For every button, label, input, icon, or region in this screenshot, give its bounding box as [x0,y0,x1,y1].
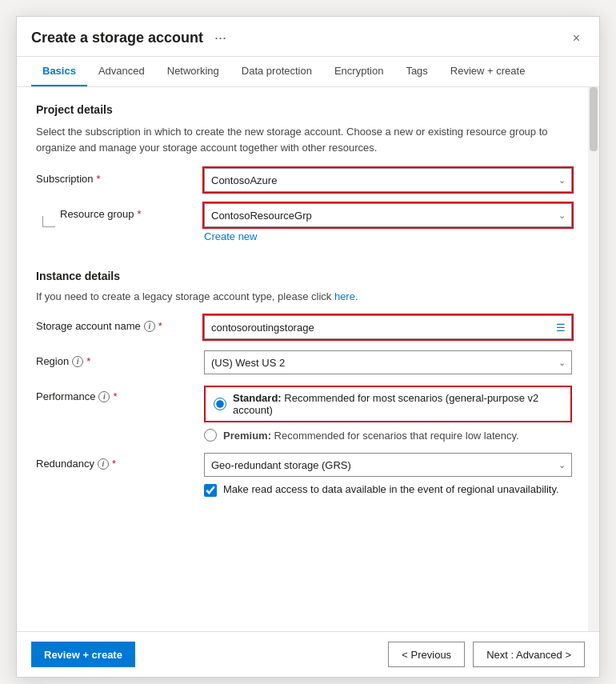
performance-standard-label: Standard: Recommended for most scenarios… [233,392,562,416]
region-required: * [86,355,90,367]
next-button[interactable]: Next : Advanced > [473,642,585,667]
subscription-select[interactable]: ContosoAzure [204,168,572,192]
performance-premium-radio[interactable] [204,429,217,442]
redundancy-select-wrapper: Geo-redundant storage (GRS) ⌄ [204,453,572,477]
redundancy-label: Redundancy i * [36,458,204,470]
performance-required: * [113,390,117,402]
storage-name-required: * [158,320,162,332]
tab-networking[interactable]: Networking [156,57,230,86]
storage-name-input-wrapper: ☰ [204,315,572,339]
storage-name-row: Storage account name i * ☰ [36,315,572,339]
tab-advanced[interactable]: Advanced [87,57,156,86]
subscription-required: * [97,173,101,185]
performance-info-icon[interactable]: i [98,391,110,402]
create-new-link[interactable]: Create new [204,230,257,242]
subscription-label-col: Subscription * [36,168,204,185]
region-select-wrapper: (US) West US 2 ⌄ [204,350,572,374]
resource-group-label: Resource group * [60,208,142,220]
tab-encryption[interactable]: Encryption [323,57,394,86]
read-access-label: Make read access to data available in th… [223,483,559,495]
scrollbar[interactable] [588,87,599,631]
tree-connector-icon [36,208,60,227]
subscription-select-wrapper: ContosoAzure ⌄ [204,168,572,192]
resource-group-label-col: Resource group * [36,203,204,230]
redundancy-checkbox-row: Make read access to data available in th… [204,483,572,497]
tab-review-create[interactable]: Review + create [439,57,537,86]
performance-standard-radio[interactable] [214,398,226,410]
redundancy-row: Redundancy i * Geo-redundant storage (GR… [36,453,572,497]
storage-name-label-col: Storage account name i * [36,315,204,332]
performance-label: Performance i * [36,390,204,402]
storage-name-verify-icon[interactable]: ☰ [556,322,566,334]
tab-tags[interactable]: Tags [394,57,438,86]
redundancy-input-col: Geo-redundant storage (GRS) ⌄ Make read … [204,453,572,497]
main-content: Project details Select the subscription … [17,87,588,631]
scrollbar-thumb[interactable] [590,87,598,151]
legacy-link[interactable]: here [334,290,355,302]
storage-name-input-col: ☰ [204,315,572,339]
resource-group-select[interactable]: ContosoResourceGrp [204,203,572,227]
region-input-col: (US) West US 2 ⌄ [204,350,572,374]
project-details-desc: Select the subscription in which to crea… [36,124,572,155]
create-storage-dialog: Create a storage account ··· × Basics Ad… [16,16,600,678]
resource-group-row: Resource group * ContosoResourceGrp ⌄ Cr… [36,203,572,242]
resource-group-tree-row: Resource group * [36,208,204,227]
storage-name-info-icon[interactable]: i [144,321,155,332]
dialog-header: Create a storage account ··· × [17,17,599,57]
project-details-title: Project details [36,103,572,116]
region-select[interactable]: (US) West US 2 [204,350,572,374]
review-create-button[interactable]: Review + create [31,642,135,667]
instance-details-title: Instance details [36,270,572,282]
legacy-text: If you need to create a legacy storage a… [36,290,572,302]
performance-row: Performance i * Standard: Recommended fo… [36,386,572,442]
performance-standard-option: Standard: Recommended for most scenarios… [204,386,572,422]
performance-label-col: Performance i * [36,386,204,402]
tabs-bar: Basics Advanced Networking Data protecti… [17,57,599,87]
redundancy-label-col: Redundancy i * [36,453,204,470]
dialog-title: Create a storage account [31,30,203,46]
redundancy-required: * [112,458,116,470]
read-access-checkbox[interactable] [204,484,217,497]
ellipsis-button[interactable]: ··· [210,28,231,48]
redundancy-select[interactable]: Geo-redundant storage (GRS) [204,453,572,477]
region-row: Region i * (US) West US 2 ⌄ [36,350,572,374]
region-info-icon[interactable]: i [72,356,83,367]
region-label: Region i * [36,355,204,367]
content-area: Project details Select the subscription … [17,87,599,631]
close-button[interactable]: × [568,30,585,47]
resource-group-input-col: ContosoResourceGrp ⌄ Create new [204,203,572,242]
tab-data-protection[interactable]: Data protection [230,57,323,86]
storage-name-label: Storage account name i * [36,320,204,332]
previous-button[interactable]: < Previous [388,642,465,667]
subscription-row: Subscription * ContosoAzure ⌄ [36,168,572,192]
performance-input-col: Standard: Recommended for most scenarios… [204,386,572,442]
footer: Review + create < Previous Next : Advanc… [17,631,599,677]
dialog-title-row: Create a storage account ··· [31,28,231,48]
performance-premium-label: Premium: Recommended for scenarios that … [223,430,519,442]
tab-basics[interactable]: Basics [31,57,87,86]
subscription-label: Subscription * [36,173,204,185]
resource-group-required: * [138,208,142,220]
redundancy-info-icon[interactable]: i [98,458,109,470]
region-label-col: Region i * [36,350,204,367]
performance-premium-option: Premium: Recommended for scenarios that … [204,429,572,442]
resource-group-select-wrapper: ContosoResourceGrp ⌄ [204,203,572,227]
performance-radio-group: Standard: Recommended for most scenarios… [204,386,572,442]
subscription-input-col: ContosoAzure ⌄ [204,168,572,192]
storage-account-name-input[interactable] [204,315,572,339]
